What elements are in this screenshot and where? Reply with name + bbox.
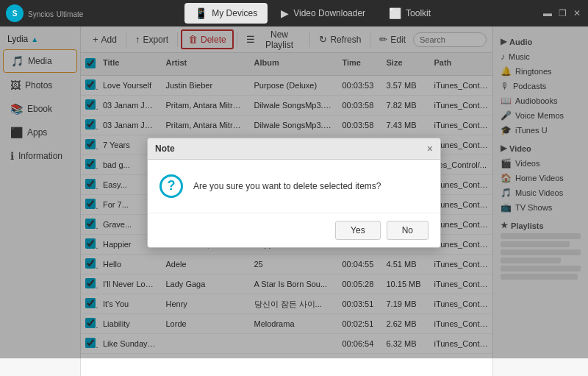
dialog-close-button[interactable]: × xyxy=(427,143,433,155)
app-logo: S xyxy=(6,4,24,22)
minimize-button[interactable]: ▬ xyxy=(542,8,553,18)
play-icon: ▶ xyxy=(281,7,289,19)
tab-toolkit[interactable]: ⬜ Toolkit xyxy=(379,3,441,24)
dialog-question-icon: ? xyxy=(159,174,183,198)
tab-video-downloader[interactable]: ▶ Video Downloader xyxy=(270,3,376,24)
dialog-title: Note xyxy=(155,143,175,154)
dialog-body: ? Are you sure you want to delete select… xyxy=(148,160,440,213)
dialog-overlay: Note × ? Are you sure you want to delete… xyxy=(0,26,588,358)
dialog-yes-button[interactable]: Yes xyxy=(335,221,381,240)
dialog-titlebar: Note × xyxy=(148,138,440,160)
titlebar-tabs: 📱 My Devices ▶ Video Downloader ⬜ Toolki… xyxy=(184,3,441,24)
toolkit-icon: ⬜ xyxy=(389,7,401,19)
dialog-message: Are you sure you want to delete selected… xyxy=(193,181,381,191)
dialog-footer: Yes No xyxy=(148,213,440,247)
tab-my-devices[interactable]: 📱 My Devices xyxy=(184,3,268,24)
dialog: Note × ? Are you sure you want to delete… xyxy=(147,138,441,248)
phone-icon: 📱 xyxy=(195,7,207,19)
maximize-button[interactable]: ❐ xyxy=(557,8,567,18)
close-button[interactable]: ✕ xyxy=(572,8,582,18)
window-controls: ▬ ❐ ✕ xyxy=(542,8,582,18)
dialog-no-button[interactable]: No xyxy=(387,221,429,240)
titlebar-left: S Syncios Ultimate xyxy=(6,4,83,22)
app-name: Syncios Ultimate xyxy=(28,8,83,19)
titlebar: S Syncios Ultimate 📱 My Devices ▶ Video … xyxy=(0,0,588,26)
